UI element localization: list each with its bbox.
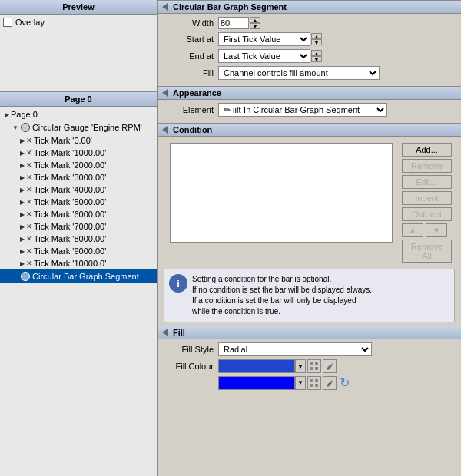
colour-dropdown-btn-1[interactable]: ▼ [295,359,306,373]
tree-item-tick7000[interactable]: ▶ ✕ Tick Mark '7000.00' [0,220,157,233]
tree-item-label-tick10000: Tick Mark '10000.0' [34,259,106,268]
tick-icon-5000: ✕ [26,198,32,206]
indent-button[interactable]: Indent [402,191,452,205]
start-at-row: Start at First Tick Value ▲ ▼ [164,32,455,46]
remove-all-button[interactable]: Remove All [402,240,452,263]
tick-icon-3000: ✕ [26,174,32,181]
appearance-section: Element ✏ iilt-In Circular Bar Graph Seg… [158,100,461,123]
remove-button[interactable]: Remove [402,159,452,173]
info-line4: while the condition is true. [192,307,280,316]
tree-item-label-tick1000: Tick Mark '1000.00' [34,148,106,157]
fill-label: Fill [164,68,214,78]
fill-select[interactable]: Channel controls fill amount [218,66,380,80]
tick-icon-10000: ✕ [26,259,32,267]
fill-style-select[interactable]: Radial Linear Solid [218,342,372,356]
edit-button[interactable]: Edit... [402,175,452,189]
add-button[interactable]: Add... [402,143,452,157]
colour-edit-btn-2a[interactable] [307,376,321,390]
end-spin-up[interactable]: ▲ [311,50,322,56]
start-spin-up[interactable]: ▲ [311,33,322,39]
tree-item-gauge[interactable]: ▼ Circular Gauge 'Engine RPM' [0,121,157,134]
tick-icon-2000: ✕ [26,161,32,169]
colour-edit-btn-1b[interactable] [323,359,337,373]
tree-item-label: Page 0 [11,110,38,119]
width-spin-up[interactable]: ▲ [250,17,260,23]
fill-style-label: Fill Style [164,345,214,354]
tree-item-tick2000[interactable]: ▶ ✕ Tick Mark '2000.00' [0,159,157,171]
pencil-icon-2 [325,378,334,388]
tree-item-tick0[interactable]: ▶ ✕ Tick Mark '0.00' [0,134,157,147]
width-input[interactable] [218,17,249,29]
start-at-label: Start at [164,35,214,44]
tree-item-tick8000[interactable]: ▶ ✕ Tick Mark '8000.00' [0,233,157,245]
arrow-icon-gauge: ▼ [12,124,18,131]
width-row: Width ▲ ▼ [164,17,455,29]
start-spin-down[interactable]: ▼ [311,39,322,45]
svg-rect-0 [310,362,313,365]
info-line1: Setting a condition for the bar is optio… [192,275,331,283]
element-label: Element [164,105,214,114]
preview-header: Preview [0,0,157,15]
tree-item-tick3000[interactable]: ▶ ✕ Tick Mark '3000.00' [0,171,157,183]
arrow-tick4000: ▶ [20,187,25,193]
arrow-tick7000: ▶ [20,223,25,230]
start-at-select[interactable]: First Tick Value [218,32,310,46]
colour-edit-btn-2b[interactable] [323,376,337,390]
element-row: Element ✏ iilt-In Circular Bar Graph Seg… [164,103,455,117]
svg-rect-3 [315,367,318,370]
tick-icon-0: ✕ [26,137,32,144]
tick-icon-4000: ✕ [26,186,32,193]
tree-item-label-gauge: Circular Gauge 'Engine RPM' [32,123,142,132]
arrow-tick8000: ▶ [20,236,25,243]
width-spin-down[interactable]: ▼ [250,23,260,29]
down-button[interactable]: ▼ [426,223,447,237]
fill-row: Fill Channel controls fill amount [164,66,455,80]
refresh-icon[interactable]: ↻ [340,375,350,390]
svg-rect-4 [310,379,313,382]
appearance-triangle [162,89,168,97]
end-at-label: End at [164,51,214,61]
tree-item-page0[interactable]: ▶ Page 0 [0,108,157,121]
tree-item-tick10000[interactable]: ▶ ✕ Tick Mark '10000.0' [0,257,157,269]
start-spinner: ▲ ▼ [311,33,322,45]
tree-item-tick5000[interactable]: ▶ ✕ Tick Mark '5000.00' [0,196,157,208]
triangle-icon [162,3,168,11]
info-line2: If no condition is set the bar will be d… [192,286,372,294]
condition-label: Condition [173,125,212,134]
tree-item-circseg[interactable]: Circular Bar Graph Segment [0,269,157,283]
tree-item-label-circseg: Circular Bar Graph Segment [32,272,139,281]
condition-list-area [170,143,393,243]
main-header-label: Circular Bar Graph Segment [173,2,287,12]
overlay-checkbox[interactable] [3,18,12,27]
tree-item-label-tick7000: Tick Mark '7000.00' [34,222,106,231]
width-label: Width [164,18,214,28]
info-box: i Setting a condition for the bar is opt… [164,269,455,322]
colour-edit-btn-1a[interactable] [307,359,321,373]
outdent-button[interactable]: Outdent [402,207,452,221]
element-select[interactable]: ✏ iilt-In Circular Bar Graph Segment [218,103,387,117]
tree-item-tick1000[interactable]: ▶ ✕ Tick Mark '1000.00' [0,147,157,159]
properties-section: Width ▲ ▼ Start at First Tick Value ▲ ▼ [158,14,461,86]
tick-icon-8000: ✕ [26,235,32,243]
tree-item-tick9000[interactable]: ▶ ✕ Tick Mark '9000.00' [0,245,157,257]
appearance-label: Appearance [173,88,221,98]
svg-rect-5 [315,379,318,382]
fill-colour-row1: Fill Colour ▼ [164,359,455,373]
fill-triangle [162,329,168,336]
tick-icon-1000: ✕ [26,149,32,157]
tree-item-label-tick2000: Tick Mark '2000.00' [34,160,106,170]
end-at-select[interactable]: Last Tick Value [218,49,310,63]
fill-style-row: Fill Style Radial Linear Solid [164,342,455,356]
colour-dropdown-btn-2[interactable]: ▼ [295,376,306,390]
tree-item-tick4000[interactable]: ▶ ✕ Tick Mark '4000.00' [0,183,157,196]
colour-swatch-1 [218,359,295,373]
overlay-label: Overlay [15,18,45,27]
arrow-tick5000: ▶ [20,199,25,206]
tree-item-label-tick0: Tick Mark '0.00' [34,136,92,145]
tree-item-label-tick9000: Tick Mark '9000.00' [34,246,106,256]
end-spin-down[interactable]: ▼ [311,56,322,62]
tree-item-tick6000[interactable]: ▶ ✕ Tick Mark '6000.00' [0,208,157,220]
condition-content: Add... Remove Edit... Indent Outdent ▲ ▼… [164,140,455,266]
left-panel: Preview Overlay Page 0 ▶ Page 0 ▼ Circul… [0,0,158,476]
up-button[interactable]: ▲ [402,223,423,237]
